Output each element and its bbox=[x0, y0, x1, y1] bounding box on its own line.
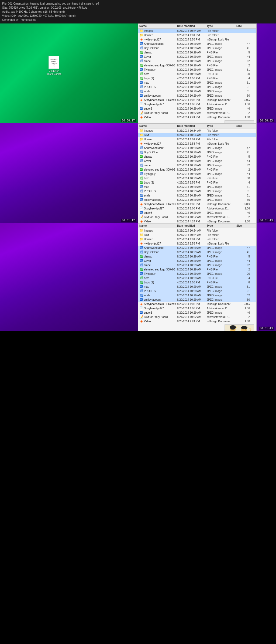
file-icon: ◈ bbox=[139, 142, 143, 145]
table-row[interactable]: 🖼 Cover 8/20/2014 10:29 AM JPEG Image 44 bbox=[138, 259, 256, 263]
table-row[interactable]: 🖼 AndrewandMark 8/20/2014 10:29 AM JPEG … bbox=[138, 146, 256, 150]
file-browser-3: Name Date modified Type Size 📁 Images 8/… bbox=[138, 223, 257, 331]
table-row[interactable]: 🖼 charac 8/20/2014 10:29 AM PNG File 5 bbox=[138, 154, 256, 159]
file-date-cell: 8/20/2014 10:29 AM bbox=[177, 311, 207, 314]
table-row[interactable]: 📁 Text 8/21/2014 10:54 AM File folder bbox=[138, 233, 256, 237]
table-row[interactable]: 🖼 PROFITS 8/20/2014 10:29 AM JPEG Image … bbox=[138, 289, 256, 293]
svg-text:★: ★ bbox=[249, 327, 251, 330]
table-row[interactable]: 🖼 Cover 8/20/2014 10:29 AM JPEG Image 44 bbox=[138, 159, 256, 163]
timer-end: 00:01:43 bbox=[259, 327, 274, 330]
table-row[interactable]: 📁 Unused 8/20/2014 1:01 PM File folder bbox=[138, 237, 256, 241]
table-row[interactable]: 🖼 elevated-seo-logo-300x96 8/20/2014 10:… bbox=[138, 167, 256, 172]
table-row[interactable]: 🖼 crane 8/20/2014 10:29 AM JPEG Image 82 bbox=[138, 59, 256, 63]
file-date-cell: 4/23/2014 1:56 PM bbox=[177, 281, 207, 284]
file-date-cell: 8/20/2014 10:29 AM bbox=[177, 155, 207, 158]
table-row[interactable]: 📁 Images 8/21/2014 10:54 AM File folder bbox=[138, 228, 256, 233]
file-name: map bbox=[144, 185, 149, 188]
table-row[interactable]: 🖼 charac 8/20/2014 10:29 AM PNG File 5 bbox=[138, 254, 256, 259]
table-row[interactable]: 🖼 hero 8/20/2014 10:29 AM PNG File 30 bbox=[138, 72, 256, 76]
file-name: map bbox=[144, 285, 149, 288]
table-row[interactable]: ◈ Video 8/20/2014 4:24 PM InDesign Docum… bbox=[138, 115, 256, 119]
table-row[interactable]: ◈ ~video~fppf27 8/20/2014 1:58 PM InDesi… bbox=[138, 37, 256, 42]
table-row[interactable]: 🖼 hero 8/20/2014 10:29 AM PNG File 30 bbox=[138, 176, 256, 180]
file-date-cell: 8/20/2014 10:29 AM bbox=[177, 107, 207, 110]
table-row[interactable]: 📝 Text for Story Board 8/21/2014 10:52 A… bbox=[138, 111, 256, 115]
table-row[interactable]: 🖼 AndrewandMark 8/20/2014 10:29 AM JPEG … bbox=[138, 42, 256, 46]
table-row[interactable]: 📄 Storybeo~fppf27 8/20/2014 1:06 PM Adob… bbox=[138, 206, 256, 211]
table-row[interactable]: 🖼 AndrewandMark 8/20/2014 10:29 AM JPEG … bbox=[138, 246, 256, 250]
table-row[interactable]: 🖼 super3 8/20/2014 10:29 AM JPEG Image 4… bbox=[138, 310, 256, 315]
table-row[interactable]: ◈ Storyboard-Main LT Remix 8/20/2014 1:0… bbox=[138, 98, 256, 102]
file-name: Storybeo~fppf27 bbox=[144, 307, 164, 310]
table-row[interactable]: 🖼 Flyingguy 8/20/2014 10:29 AM JPEG Imag… bbox=[138, 272, 256, 276]
table-row[interactable]: ◈ Video 8/20/2014 4:24 PM InDesign Docum… bbox=[138, 219, 256, 223]
table-row[interactable]: 🖼 map 8/20/2014 10:29 AM JPEG Image 31 bbox=[138, 80, 256, 85]
table-row[interactable]: 📄 Storybeo~fppf27 8/20/2014 1:06 PM Adob… bbox=[138, 102, 256, 106]
table-row[interactable]: 🖼 elevated-seo-logo-300x96 8/20/2014 10:… bbox=[138, 63, 256, 67]
table-row[interactable]: 🖼 Flyingguy 8/20/2014 10:29 AM JPEG Imag… bbox=[138, 67, 256, 72]
table-row[interactable]: 📄 Storybeo~fppf27 8/20/2014 1:06 PM Adob… bbox=[138, 306, 256, 310]
file-date-cell: 8/20/2014 4:24 PM bbox=[177, 320, 207, 323]
table-row[interactable]: 🖼 Logo (2) 4/23/2014 1:56 PM PNG File 8 bbox=[138, 280, 256, 284]
table-row[interactable]: 📝 Text for Story Board 8/21/2014 10:52 A… bbox=[138, 215, 256, 219]
table-row[interactable]: 🖼 map 8/20/2014 10:29 AM JPEG Image 31 bbox=[138, 284, 256, 289]
table-row[interactable]: 📝 Text for Story Board 8/21/2014 10:52 A… bbox=[138, 315, 256, 319]
file-name: scale bbox=[144, 194, 150, 197]
table-row[interactable]: 📁 Images 8/21/2014 10:54 AM File folder bbox=[138, 128, 256, 133]
file-name-cell: 🖼 scale bbox=[139, 293, 177, 297]
file-date-cell: 8/20/2014 10:29 AM bbox=[177, 211, 207, 214]
file-icon: 🖼 bbox=[139, 272, 143, 276]
file-size-cell: 1.56 bbox=[236, 307, 250, 310]
table-row[interactable]: 🖼 Logo (2) 4/23/2014 1:56 PM PNG File 4 bbox=[138, 180, 256, 185]
table-row[interactable]: 🖼 elevated-seo-logo-300x96 8/20/2014 10:… bbox=[138, 267, 256, 272]
table-row[interactable]: ◈ Storyboard-Main LT Remix 8/20/2014 1:0… bbox=[138, 302, 256, 306]
file-name-cell: 🖼 Logo (2) bbox=[139, 280, 177, 284]
table-row[interactable]: 🖼 smileyfaceguy 8/20/2014 10:29 AM JPEG … bbox=[138, 93, 256, 98]
table-row[interactable]: 📁 Unused 8/20/2014 1:01 PM File folder bbox=[138, 137, 256, 141]
desktop-icon[interactable]: MiddlefortBoard Games(1) MiddlefortBoard… bbox=[46, 56, 62, 75]
table-row[interactable]: 🖼 PROFITS 8/20/2014 10:29 AM JPEG Image … bbox=[138, 85, 256, 89]
table-row[interactable]: ◈ Video 8/20/2014 4:24 PM InDesign Docum… bbox=[138, 319, 256, 323]
table-row[interactable]: 🖼 smileyfaceguy 8/20/2014 10:29 AM JPEG … bbox=[138, 198, 256, 202]
file-icon: ◈ bbox=[139, 98, 143, 102]
file-date-cell: 8/20/2014 10:29 AM bbox=[177, 147, 207, 150]
table-row[interactable]: 🖼 BoyOnCloud 8/20/2014 10:29 AM JPEG Ima… bbox=[138, 150, 256, 154]
table-row[interactable]: 🖼 crane 8/20/2014 10:29 AM JPEG Image 82 bbox=[138, 263, 256, 267]
table-row[interactable]: 📁 Text 8/21/2014 10:54 AM File folder bbox=[138, 133, 256, 137]
table-row[interactable]: ◈ ~video~fppf27 8/20/2014 1:58 PM InDesi… bbox=[138, 141, 256, 146]
table-row[interactable]: 🖼 PROFITS 8/20/2014 10:29 AM JPEG Image … bbox=[138, 189, 256, 193]
table-row[interactable]: 📁 Unused 8/20/2014 1:01 PM File folder bbox=[138, 33, 256, 37]
table-row[interactable]: 🖼 hero 8/20/2014 10:29 AM PNG File 4 bbox=[138, 276, 256, 280]
file-name: elevated-seo-logo-300x96 bbox=[144, 64, 175, 67]
table-row[interactable]: 🖼 charac 8/20/2014 10:29 AM PNG File 5 bbox=[138, 50, 256, 55]
table-row[interactable]: 🖼 map 8/20/2014 10:29 AM JPEG Image 31 bbox=[138, 185, 256, 189]
table-row[interactable]: 🖼 smileyfaceguy 8/20/2014 10:29 AM JPEG … bbox=[138, 297, 256, 302]
file-type-cell: PNG File bbox=[207, 177, 236, 180]
file-name: super3 bbox=[144, 107, 152, 110]
table-row[interactable]: 🖼 Cover 8/20/2014 10:29 AM JPEG Image 44 bbox=[138, 55, 256, 59]
table-row[interactable]: 🖼 crane 8/20/2014 10:29 AM JPEG Image 82 bbox=[138, 163, 256, 167]
file-size-cell: 46 bbox=[236, 211, 250, 214]
table-row[interactable]: 🖼 BoyOnCloud 8/20/2014 10:29 AM JPEG Ima… bbox=[138, 46, 256, 50]
file-name: Text bbox=[144, 233, 149, 236]
file-name-cell: 🖼 AndrewandMark bbox=[139, 146, 177, 150]
file-name: BoyOnCloud bbox=[144, 47, 159, 50]
table-row[interactable]: 🖼 scale 8/20/2014 10:29 AM JPEG Image 32 bbox=[138, 293, 256, 297]
table-row[interactable]: ◈ Storyboard-Main LT Remix 8/20/2014 1:0… bbox=[138, 202, 256, 206]
file-type-cell: JPEG Image bbox=[207, 298, 236, 301]
table-row[interactable]: 📁 Images 8/21/2014 10:54 AM File folder bbox=[138, 29, 256, 33]
table-row[interactable]: 🖼 Logo (2) 4/23/2014 1:56 PM PNG File 4 bbox=[138, 76, 256, 80]
table-row[interactable]: 🖼 super3 8/20/2014 10:29 AM JPEG Image 4… bbox=[138, 211, 256, 215]
left-panel-3 bbox=[0, 223, 138, 331]
table-row[interactable]: 🖼 super3 8/20/2014 10:29 AM JPEG Image 4… bbox=[138, 106, 256, 111]
file-type-cell: PNG File bbox=[207, 255, 236, 258]
table-row[interactable]: ◈ ~video~fppf27 8/20/2014 1:58 PM InDesi… bbox=[138, 241, 256, 246]
table-row[interactable]: 🖼 Flyingguy 8/20/2014 10:29 AM JPEG Imag… bbox=[138, 172, 256, 176]
table-row[interactable]: 🖼 scale 8/20/2014 10:29 AM JPEG Image 31 bbox=[138, 193, 256, 198]
file-name: map bbox=[144, 81, 149, 84]
table-row[interactable]: 🖼 scale 8/20/2014 10:29 AM JPEG Image 31 bbox=[138, 89, 256, 93]
file-name-cell: 🖼 BoyOnCloud bbox=[139, 150, 177, 154]
table-row[interactable]: 🖼 BoyOnCloud 8/20/2014 10:29 AM JPEG Ima… bbox=[138, 250, 256, 254]
file-size-cell: 46 bbox=[236, 107, 250, 110]
file-icon: 🖼 bbox=[139, 298, 143, 301]
